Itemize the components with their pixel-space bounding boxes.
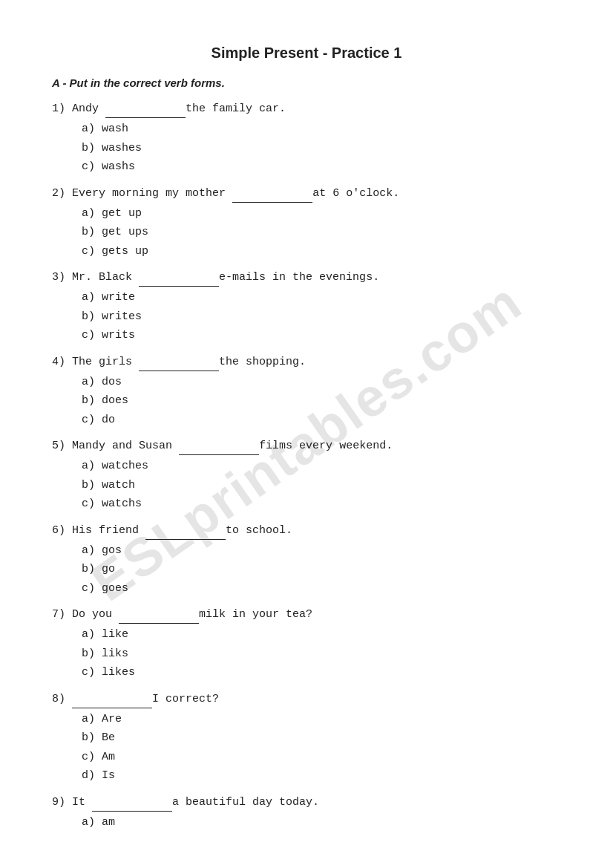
options-group-1: a) washb) washesc) washs — [82, 120, 561, 177]
question-5: 5) Mandy and Susan films every weekend.a… — [52, 437, 561, 514]
option-8-4: d) Is — [82, 766, 561, 786]
option-6-1: a) gos — [82, 541, 561, 561]
option-7-1: a) like — [82, 625, 561, 645]
question-number-6: 6) — [52, 524, 65, 537]
question-text-before-3: Mr. Black — [72, 271, 132, 284]
question-7: 7) Do you milk in your tea?a) likeb) lik… — [52, 605, 561, 682]
question-text-before-9: It — [72, 796, 85, 809]
option-3-2: b) writes — [82, 307, 561, 327]
question-number-1: 1) — [52, 102, 65, 115]
options-group-7: a) likeb) liksc) likes — [82, 625, 561, 682]
options-group-5: a) watchesb) watchc) watchs — [82, 457, 561, 514]
page-title: Simple Present - Practice 1 — [52, 45, 561, 62]
question-blank-3 — [139, 268, 219, 287]
option-5-3: c) watchs — [82, 495, 561, 514]
question-text-before-5: Mandy and Susan — [72, 440, 172, 452]
option-7-3: c) likes — [82, 663, 561, 682]
question-text-before-7: Do you — [72, 608, 112, 621]
options-group-4: a) dosb) doesc) do — [82, 373, 561, 430]
question-text-after-9: a beautiful day today. — [172, 796, 319, 809]
question-blank-9 — [92, 793, 172, 812]
question-number-4: 4) — [52, 356, 65, 368]
question-text-after-2: at 6 o'clock. — [312, 187, 399, 200]
question-text-after-7: milk in your tea? — [199, 608, 312, 621]
section-title: A - Put in the correct verb forms. — [52, 76, 561, 89]
option-5-1: a) watches — [82, 457, 561, 476]
question-number-7: 7) — [52, 608, 65, 621]
question-1: 1) Andy the family car.a) washb) washesc… — [52, 99, 561, 177]
option-6-2: b) go — [82, 560, 561, 579]
options-group-8: a) Areb) Bec) Amd) Is — [82, 710, 561, 786]
option-6-3: c) goes — [82, 579, 561, 598]
option-1-3: c) washs — [82, 157, 561, 177]
question-number-5: 5) — [52, 440, 65, 452]
option-2-2: b) get ups — [82, 223, 561, 242]
question-blank-1 — [105, 99, 186, 118]
options-group-6: a) gosb) goc) goes — [82, 541, 561, 598]
options-group-3: a) writeb) writesc) writs — [82, 288, 561, 345]
option-3-1: a) write — [82, 288, 561, 307]
option-8-1: a) Are — [82, 710, 561, 729]
question-blank-2 — [232, 184, 312, 203]
option-8-3: c) Am — [82, 748, 561, 767]
question-text-before-4: The girls — [72, 356, 132, 368]
option-3-3: c) writs — [82, 326, 561, 345]
question-8: 8) I correct?a) Areb) Bec) Amd) Is — [52, 690, 561, 786]
question-blank-7 — [119, 605, 199, 624]
option-9-1: a) am — [82, 813, 561, 832]
question-blank-5 — [179, 437, 259, 455]
option-5-2: b) watch — [82, 476, 561, 495]
question-text-after-8: I correct? — [152, 693, 219, 705]
options-group-9: a) am — [82, 813, 561, 832]
question-text-after-3: e-mails in the evenings. — [219, 271, 379, 284]
question-6: 6) His friend to school.a) gosb) goc) go… — [52, 521, 561, 598]
option-1-1: a) wash — [82, 120, 561, 139]
question-blank-4 — [139, 353, 219, 371]
question-text-before-2: Every morning my mother — [72, 187, 226, 200]
question-number-2: 2) — [52, 187, 65, 200]
option-1-2: b) washes — [82, 139, 561, 158]
option-7-2: b) liks — [82, 645, 561, 664]
question-number-8: 8) — [52, 693, 65, 705]
question-text-after-6: to school. — [226, 524, 292, 537]
question-text-after-1: the family car. — [186, 102, 286, 115]
question-text-after-5: films every weekend. — [259, 440, 393, 452]
question-text-before-6: His friend — [72, 524, 139, 537]
question-9: 9) It a beautiful day today.a) am — [52, 793, 561, 832]
question-4: 4) The girls the shopping.a) dosb) doesc… — [52, 353, 561, 430]
question-2: 2) Every morning my mother at 6 o'clock.… — [52, 184, 561, 261]
option-4-3: c) do — [82, 411, 561, 430]
option-8-2: b) Be — [82, 728, 561, 748]
question-number-9: 9) — [52, 796, 65, 809]
option-4-1: a) dos — [82, 373, 561, 392]
questions-container: 1) Andy the family car.a) washb) washesc… — [52, 99, 561, 832]
option-2-1: a) get up — [82, 204, 561, 223]
question-text-after-4: the shopping. — [219, 356, 306, 368]
option-4-2: b) does — [82, 391, 561, 411]
question-3: 3) Mr. Black e-mails in the evenings.a) … — [52, 268, 561, 345]
question-number-3: 3) — [52, 271, 65, 284]
question-blank-8 — [72, 690, 152, 708]
question-text-before-1: Andy — [72, 102, 99, 115]
question-blank-6 — [145, 521, 226, 540]
option-2-3: c) gets up — [82, 242, 561, 261]
options-group-2: a) get upb) get upsc) gets up — [82, 204, 561, 261]
